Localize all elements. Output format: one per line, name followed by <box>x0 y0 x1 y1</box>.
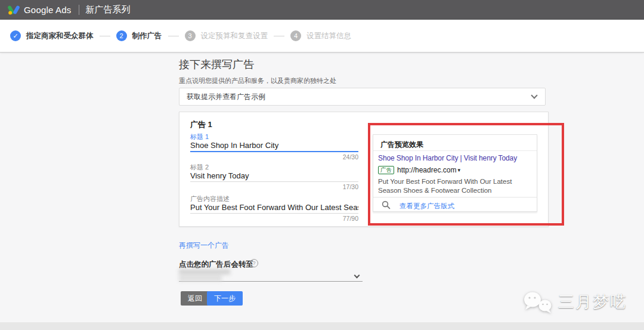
google-ads-logo-icon <box>8 5 20 15</box>
step-connector <box>168 36 179 36</box>
step-connector <box>100 36 110 36</box>
step-budget-review: 3 设定预算和复查设置 <box>185 30 268 41</box>
red-highlight-annotation <box>368 123 564 226</box>
write-another-ad-link[interactable]: 再撰写一个广告 <box>179 240 229 251</box>
bottom-page-edge <box>0 322 644 330</box>
headline-1-underline <box>190 151 358 152</box>
step-done-check-icon: ✓ <box>10 30 21 41</box>
tips-dropdown-value: 获取提示并查看广告示例 <box>187 88 265 105</box>
wechat-bubbles-icon <box>522 290 553 314</box>
ad-number-label: 广告 1 <box>190 119 212 130</box>
step-label: 制作广告 <box>132 31 162 41</box>
watermark: 三月梦呓 <box>522 290 627 314</box>
help-icon[interactable]: ? <box>250 259 258 267</box>
wizard-steps-bar: ✓ 指定商家和受众群体 2 制作广告 3 设定预算和复查设置 4 设置结算信息 <box>0 20 644 53</box>
tips-examples-dropdown[interactable]: 获取提示并查看广告示例 <box>179 88 546 106</box>
redacted-bar <box>179 269 230 275</box>
chevron-down-icon <box>531 92 537 98</box>
page-title: 接下来撰写广告 <box>179 57 254 72</box>
step-number-badge: 4 <box>290 30 301 41</box>
description-label: 广告内容描述 <box>190 195 230 203</box>
headline-1-input[interactable]: Shoe Shop In Harbor City <box>190 141 358 150</box>
destination-value-redacted[interactable] <box>178 268 233 282</box>
step-connector <box>274 36 284 36</box>
topbar-divider <box>79 5 79 15</box>
step-create-ad[interactable]: 2 制作广告 <box>116 30 162 41</box>
brand-name: Google Ads <box>24 5 72 15</box>
headline-1-label: 标题 1 <box>190 132 209 141</box>
top-app-bar: Google Ads 新广告系列 <box>0 0 644 20</box>
headline-2-underline <box>190 181 358 182</box>
headline-2-input[interactable]: Visit henry Today <box>190 171 358 180</box>
description-counter: 77/90 <box>190 215 358 222</box>
back-button[interactable]: 返回 <box>181 291 209 306</box>
page-subtitle: 重点说明您提供的产品和服务，以及贵商家的独特之处 <box>179 76 336 85</box>
step-number-badge: 3 <box>185 30 196 41</box>
next-button[interactable]: 下一步 <box>207 291 243 306</box>
watermark-text: 三月梦呓 <box>558 291 627 313</box>
headline-1-counter: 24/30 <box>190 153 358 161</box>
step-business-audience[interactable]: ✓ 指定商家和受众群体 <box>10 30 94 41</box>
redacted-bar <box>179 276 222 281</box>
headline-2-counter: 17/30 <box>190 183 358 190</box>
google-ads-new-campaign-page: Google Ads 新广告系列 ✓ 指定商家和受众群体 2 制作广告 3 设定… <box>0 0 644 330</box>
step-billing: 4 设置结算信息 <box>290 30 351 41</box>
step-number-badge: 2 <box>116 30 127 41</box>
step-label: 设定预算和复查设置 <box>201 31 268 41</box>
campaign-title: 新广告系列 <box>86 4 131 16</box>
step-label: 指定商家和受众群体 <box>26 31 94 41</box>
description-input[interactable]: Put Your Best Foot Forward With Our Late… <box>190 203 358 212</box>
headline-2-label: 标题 2 <box>190 163 209 172</box>
step-label: 设置结算信息 <box>306 31 351 41</box>
destination-chevron-down-icon[interactable] <box>354 273 360 279</box>
description-underline <box>190 213 358 214</box>
